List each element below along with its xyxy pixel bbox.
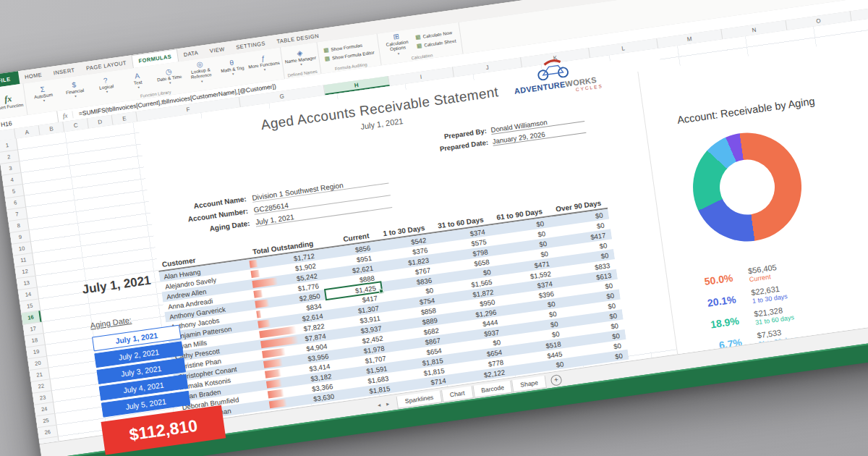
date-slicer: July 1, 2021July 2, 2021July 3, 2021July… [92,325,191,420]
stat-percent: 20.1% [678,293,736,313]
more-functions-icon: ƒ [260,54,265,62]
databar [253,290,263,298]
ribbon-button-calculation-options[interactable]: ⊞Calculation Options▾ [380,30,414,59]
row-header-26[interactable]: 26 [38,426,58,439]
chevron-down-icon: ▾ [169,80,171,85]
chevron-down-icon: ▾ [137,85,140,90]
desktop-background: FILE HOMEINSERTPAGE LAYOUTFORMULASDATAVI… [0,0,868,456]
logical-icon: ? [103,77,108,85]
donut-hole [716,156,778,219]
ribbon-button-lookup-reference[interactable]: ◎Lookup & Reference▾ [183,58,218,86]
ribbon-button-more-functions[interactable]: ƒMore Functions▾ [247,49,281,77]
name-manager-icon: ◈ [297,49,303,57]
chevron-down-icon: ▾ [300,62,302,67]
excel-window: FILE HOMEINSERTPAGE LAYOUTFORMULASDATAVI… [0,0,868,456]
chevron-down-icon: ▾ [263,67,265,72]
ribbon-button-date-time[interactable]: ◷Date & Time▾ [152,62,187,90]
databar [256,311,261,318]
stat-percent: 50.0% [675,272,733,292]
chevron-down-icon: ▾ [106,90,108,94]
stat-percent: 18.9% [681,315,739,334]
databar [258,319,271,328]
ribbon-button-logical[interactable]: ?Logical▾ [89,72,124,100]
text-icon: A [134,72,140,80]
chevron-down-icon: ▾ [201,79,203,83]
sheet-nav-arrows[interactable]: ◂ ▸ [377,400,391,408]
databar [269,399,287,408]
add-sheet-button[interactable]: + [550,373,563,386]
aging-date-label: Aging Date: [90,316,132,330]
ribbon-button-autosum[interactable]: ΣAutoSum▾ [26,80,61,109]
databar [249,260,258,268]
fill-handle[interactable] [379,289,384,294]
autosum-icon: Σ [40,85,46,93]
calculate-now-icon: ▦ [415,33,422,41]
insert-function-label: Insert Function [0,103,24,111]
ribbon-button-financial[interactable]: $Financial▾ [57,76,92,104]
fx-icon: fx [4,93,12,105]
ribbon-button-text[interactable]: AText▾ [120,67,155,95]
calculate-sheet-icon: ▦ [416,42,422,49]
databar [268,389,284,399]
math-trig-icon: θ [229,59,234,67]
show-formulas-icon: ▦ [323,46,329,54]
chevron-down-icon: ▾ [75,94,77,98]
financial-icon: $ [72,81,77,89]
chevron-down-icon: ▾ [232,72,234,76]
fx-icon[interactable]: fx [58,111,74,120]
chevron-down-icon: ▾ [43,98,45,103]
date-time-icon: ◷ [165,67,172,75]
chart-panel: Account: Receivable by Aging 50.0%$56,40… [637,37,868,354]
chart-title: Account: Receivable by Aging [645,90,848,130]
databar [266,379,282,389]
databar [250,270,260,279]
row-headers: 1234567891011121314151617181920212223242… [0,138,59,444]
ribbon-button-name-manager[interactable]: ◈Name Manager▾ [283,44,318,72]
ribbon-button-math-trig[interactable]: θMath & Trig▾ [215,54,250,82]
ribbon-group-defined-names: ◈Name Manager▾Defined Names [281,42,322,79]
databar [255,299,269,308]
chevron-down-icon: ▾ [397,51,399,56]
databar [265,369,281,379]
donut-chart [686,126,808,248]
show-formula-editor-icon: ▦ [324,55,331,62]
